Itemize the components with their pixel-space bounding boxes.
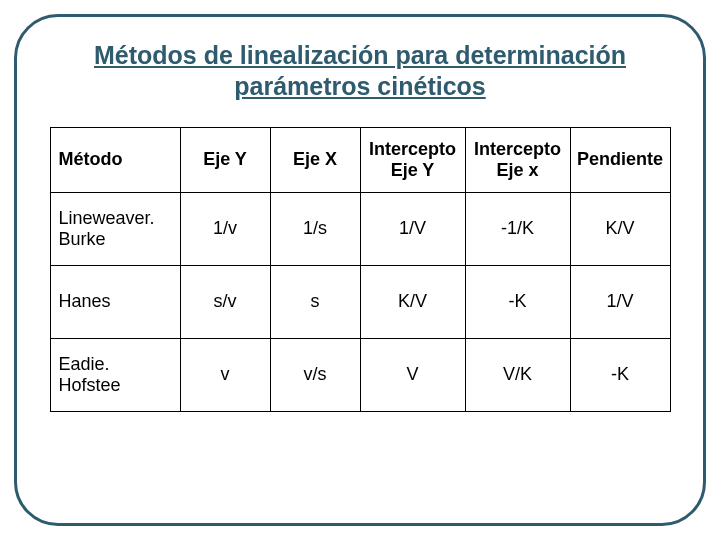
cell-int-y: V: [360, 338, 465, 411]
cell-eje-y: s/v: [180, 265, 270, 338]
header-method: Método: [50, 127, 180, 192]
cell-eje-y: 1/v: [180, 192, 270, 265]
cell-method: Hanes: [50, 265, 180, 338]
header-eje-y: Eje Y: [180, 127, 270, 192]
cell-int-x: -K: [465, 265, 570, 338]
cell-eje-y: v: [180, 338, 270, 411]
cell-int-x: V/K: [465, 338, 570, 411]
cell-pend: K/V: [570, 192, 670, 265]
methods-table: Método Eje Y Eje X Intercepto Eje Y Inte…: [50, 127, 671, 412]
header-intercepto-x: Intercepto Eje x: [465, 127, 570, 192]
header-intercepto-y: Intercepto Eje Y: [360, 127, 465, 192]
cell-eje-x: s: [270, 265, 360, 338]
method-l2: Burke: [59, 229, 106, 249]
cell-eje-x: v/s: [270, 338, 360, 411]
title-line-1: Métodos de linealización para determinac…: [94, 41, 626, 69]
table-row: Hanes s/v s K/V -K 1/V: [50, 265, 670, 338]
header-eje-x: Eje X: [270, 127, 360, 192]
cell-pend: 1/V: [570, 265, 670, 338]
slide-content: Métodos de linealización para determinac…: [32, 32, 688, 508]
header-pendiente: Pendiente: [570, 127, 670, 192]
header-intercepto-y-l2: Eje Y: [391, 160, 435, 180]
cell-method: Lineweaver. Burke: [50, 192, 180, 265]
header-intercepto-y-l1: Intercepto: [369, 139, 456, 159]
cell-pend: -K: [570, 338, 670, 411]
table-row: Eadie. Hofstee v v/s V V/K -K: [50, 338, 670, 411]
header-intercepto-x-l2: Eje x: [496, 160, 538, 180]
title-line-2: parámetros cinéticos: [234, 72, 486, 100]
table-row: Lineweaver. Burke 1/v 1/s 1/V -1/K K/V: [50, 192, 670, 265]
slide-title: Métodos de linealización para determinac…: [42, 40, 678, 103]
cell-eje-x: 1/s: [270, 192, 360, 265]
method-l1: Lineweaver.: [59, 208, 155, 228]
cell-int-y: 1/V: [360, 192, 465, 265]
cell-int-x: -1/K: [465, 192, 570, 265]
slide: Métodos de linealización para determinac…: [0, 0, 720, 540]
method-l1: Eadie.: [59, 354, 110, 374]
header-intercepto-x-l1: Intercepto: [474, 139, 561, 159]
cell-int-y: K/V: [360, 265, 465, 338]
method-l2: Hofstee: [59, 375, 121, 395]
table-header-row: Método Eje Y Eje X Intercepto Eje Y Inte…: [50, 127, 670, 192]
cell-method: Eadie. Hofstee: [50, 338, 180, 411]
